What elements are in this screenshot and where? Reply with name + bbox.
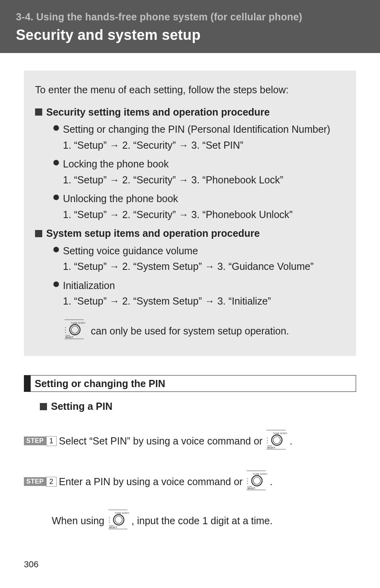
bullet-title: Locking the phone book: [63, 157, 169, 172]
square-bullet-icon: [35, 230, 42, 237]
bullet-title: Setting or changing the PIN (Personal Id…: [63, 122, 330, 137]
step-text-before: Select “Set PIN” by using a voice comman…: [59, 435, 262, 447]
tune-scroll-knob-icon: [265, 429, 287, 453]
bullet-item: Locking the phone book 1. “Setup” → 2. “…: [53, 157, 345, 187]
when-text-before: When using: [52, 515, 104, 527]
square-bullet-icon: [35, 108, 42, 116]
section-heading-box: Setting or changing the PIN: [24, 375, 356, 392]
dot-bullet-icon: [53, 195, 59, 200]
bullet-item: Initialization 1. “Setup” → 2. “System S…: [53, 278, 345, 309]
step-text-before: Enter a PIN by using a voice command or: [59, 476, 243, 488]
group-title: System setup items and operation procedu…: [46, 226, 260, 241]
dot-bullet-icon: [53, 281, 59, 287]
bullet-title: Initialization: [63, 278, 115, 293]
bullet-title: Unlocking the phone book: [63, 191, 178, 206]
step-text-after: .: [270, 476, 272, 488]
step-row: STEP 1 Select “Set PIN” by using a voice…: [24, 429, 356, 453]
tune-scroll-knob-icon: [63, 319, 85, 344]
menu-path: 1. “Setup” → 2. “System Setup” → 3. “Gui…: [63, 259, 345, 274]
step-badge: STEP 2: [24, 476, 57, 487]
tune-scroll-knob-icon: [107, 509, 129, 533]
bullet-item: Unlocking the phone book 1. “Setup” → 2.…: [53, 191, 345, 222]
menu-path: 1. “Setup” → 2. “System Setup” → 3. “Ini…: [63, 294, 345, 309]
section-heading-bar-icon: [24, 376, 31, 391]
when-text-after: , input the code 1 digit at a time.: [131, 515, 272, 527]
bullet-item: Setting or changing the PIN (Personal Id…: [53, 122, 345, 153]
bullet-title: Setting voice guidance volume: [63, 244, 198, 259]
menu-path: 1. “Setup” → 2. “Security” → 3. “Phonebo…: [63, 207, 345, 222]
page-number: 306: [24, 559, 39, 570]
step-badge-label: STEP: [24, 477, 46, 486]
subsection-title: Setting a PIN: [51, 401, 112, 412]
tune-scroll-knob-icon: [245, 470, 267, 494]
step-badge: STEP 1: [24, 435, 57, 446]
dot-bullet-icon: [53, 247, 59, 252]
header-section-label: 3-4. Using the hands-free phone system (…: [16, 11, 364, 23]
when-using-row: When using , input the code 1 digit at a…: [52, 509, 356, 533]
step-badge-number: 1: [46, 436, 57, 446]
overview-box: To enter the menu of each setting, follo…: [24, 71, 356, 356]
square-bullet-icon: [40, 403, 47, 410]
step-text-after: .: [290, 435, 292, 447]
section-heading-text: Setting or changing the PIN: [31, 378, 165, 389]
group-title: Security setting items and operation pro…: [46, 105, 270, 120]
subsection-row: Setting a PIN: [40, 401, 356, 412]
page-header: 3-4. Using the hands-free phone system (…: [0, 0, 380, 53]
knob-note-row: can only be used for system setup operat…: [63, 319, 345, 344]
menu-path: 1. “Setup” → 2. “Security” → 3. “Set PIN…: [63, 138, 345, 153]
step-row: STEP 2 Enter a PIN by using a voice comm…: [24, 470, 356, 494]
dot-bullet-icon: [53, 125, 59, 131]
bullet-item: Setting voice guidance volume 1. “Setup”…: [53, 244, 345, 274]
intro-text: To enter the menu of each setting, follo…: [35, 83, 345, 98]
menu-path: 1. “Setup” → 2. “Security” → 3. “Phonebo…: [63, 173, 345, 188]
group-heading-row: Security setting items and operation pro…: [35, 105, 345, 120]
header-title: Security and system setup: [16, 27, 364, 43]
step-badge-label: STEP: [24, 437, 46, 445]
group-heading-row: System setup items and operation procedu…: [35, 226, 345, 241]
knob-note-text: can only be used for system setup operat…: [91, 324, 289, 339]
dot-bullet-icon: [53, 160, 59, 165]
step-badge-number: 2: [46, 477, 57, 487]
